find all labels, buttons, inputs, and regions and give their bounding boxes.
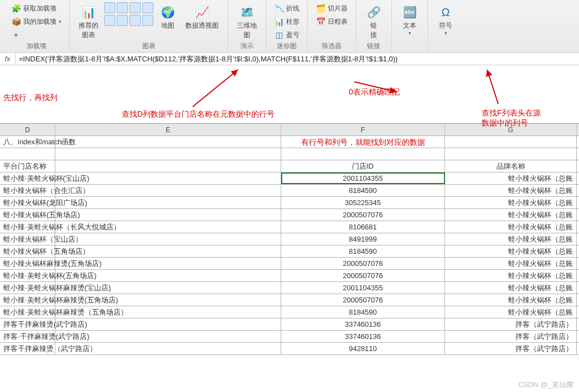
cell[interactable]: 蛙小辣火锅杯（总账 (445, 294, 577, 306)
sparkline-winloss-button[interactable]: ◫盈亏 (272, 29, 302, 41)
timeline-button[interactable]: 📅日程表 (313, 15, 350, 28)
chart-combo-icon[interactable] (142, 15, 153, 26)
data-row[interactable]: 蛙小辣火锅杯(龙阳广场店)305225345蛙小辣火锅杯（总账 (0, 197, 579, 209)
cell[interactable]: 蛙小辣火锅杯（总账 (445, 233, 577, 245)
my-addins-button[interactable]: 📦我的加载项▾ (9, 15, 64, 28)
cell[interactable]: 8106681 (281, 221, 445, 233)
recommended-charts-button[interactable]: 📊推荐的 图表 (75, 2, 102, 41)
cell[interactable]: 蛙小辣火锅杯（总账 (445, 197, 577, 208)
chart-surface-icon[interactable] (130, 15, 141, 26)
cell[interactable]: 拌客·干拌麻辣烫(武宁路店) (0, 331, 55, 342)
cell[interactable]: 蛙小辣火锅杯（五角场店） (0, 245, 55, 257)
header-row[interactable]: 平台门店名称 门店ID 品牌名称 (0, 160, 579, 173)
cell[interactable]: 拌客（武宁路店） (445, 331, 577, 342)
cell[interactable]: 蛙小辣火锅杯（总账 (445, 270, 577, 281)
cell[interactable]: 蛙小辣火锅杯（总账 (445, 185, 577, 196)
header-f[interactable]: 门店ID (281, 160, 445, 172)
cell[interactable]: 蛙小辣火锅杯（总账 (445, 282, 577, 294)
cell[interactable] (55, 197, 281, 208)
data-row[interactable]: 蛙小辣火锅杯(五角场店)2000507076蛙小辣火锅杯（总账 (0, 209, 579, 221)
cell[interactable]: 拌客干拌麻辣烫(武宁路店) (0, 318, 55, 330)
bing-maps-button[interactable]: ⌖ (9, 29, 23, 41)
cell[interactable] (55, 160, 281, 172)
cell[interactable]: 拌客干拌麻辣烫（武宁路店） (0, 343, 55, 354)
cell[interactable]: 8491999 (281, 233, 445, 245)
col-header-e[interactable]: E (55, 124, 281, 135)
cell[interactable]: 8184590 (281, 306, 445, 318)
cell[interactable] (55, 318, 281, 330)
fx-button[interactable]: fx (0, 53, 15, 65)
cell[interactable]: 蛙小辣火锅杯（总账 (445, 245, 577, 257)
cell[interactable]: 八、index和match函数 (0, 136, 55, 148)
cell[interactable]: 拌客（武宁路店） (445, 318, 577, 330)
cell[interactable]: 蛙小辣火锅杯（总账 (445, 173, 577, 184)
pivotchart-button[interactable]: 📈数据透视图 (182, 2, 222, 41)
cell[interactable]: 337460136 (281, 331, 445, 342)
cell[interactable]: 2001104355 (281, 282, 445, 294)
cell[interactable]: 蛙小辣火锅杯（总账 (445, 221, 577, 233)
cell[interactable]: 蛙小辣·美蛙火锅杯（长风大悦城店） (0, 221, 55, 233)
text-button[interactable]: 🔤文本▾ (397, 2, 422, 37)
cell[interactable]: 蛙小辣火锅杯（宝山店） (0, 233, 55, 245)
cell[interactable]: 蛙小辣火锅杯（总账 (445, 258, 577, 269)
cell[interactable]: 蛙小辣火锅杯（总账 (445, 306, 577, 318)
cell[interactable]: 2001104355 (281, 173, 445, 184)
cell[interactable] (445, 136, 577, 148)
chart-stat-icon[interactable] (104, 15, 115, 26)
data-row[interactable]: 蛙小辣火锅杯（宝山店）8491999蛙小辣火锅杯（总账 (0, 233, 579, 245)
data-row[interactable] (0, 148, 579, 160)
worksheet[interactable]: D E F G 八、index和match函数 有行号和列号，就能找到对应的数据… (0, 123, 579, 355)
sparkline-column-button[interactable]: 📊柱形 (272, 15, 302, 28)
cell[interactable]: 拌客（武宁路店） (445, 343, 577, 354)
cell[interactable]: 蛙小辣·美蛙火锅杯麻辣烫(宝山店) (0, 282, 55, 294)
data-row[interactable]: 蛙小辣·美蛙火锅杯麻辣烫(宝山店)2001104355蛙小辣火锅杯（总账 (0, 282, 579, 294)
cell[interactable]: 蛙小辣火锅杯麻辣烫(五角场店) (0, 258, 55, 269)
link-button[interactable]: 🔗链 接 (361, 2, 386, 41)
data-row[interactable]: 蛙小辣·美蛙火锅杯麻辣烫（五角场店）8184590蛙小辣火锅杯（总账 (0, 306, 579, 318)
cell[interactable] (55, 233, 281, 245)
data-row[interactable]: 八、index和match函数 有行号和列号，就能找到对应的数据 (0, 136, 579, 148)
cell[interactable]: 2000507076 (281, 258, 445, 269)
data-row[interactable]: 蛙小辣·美蛙火锅杯(五角场店)2000507076蛙小辣火锅杯（总账 (0, 270, 579, 282)
cell[interactable]: 8184590 (281, 185, 445, 196)
data-row[interactable]: 蛙小辣火锅杯（合生汇店）8184590蛙小辣火锅杯（总账 (0, 185, 579, 197)
cell[interactable]: 蛙小辣火锅杯（合生汇店） (0, 185, 55, 196)
chart-scatter-icon[interactable] (117, 15, 128, 26)
3dmap-button[interactable]: 🗺️三维地 图 (234, 2, 260, 41)
cell[interactable]: 9428110 (281, 343, 445, 354)
cell[interactable] (55, 136, 281, 148)
symbol-button[interactable]: Ω符号▾ (433, 2, 458, 37)
map-button[interactable]: 🌍地图 (156, 2, 180, 41)
cell[interactable]: 2000507076 (281, 270, 445, 281)
data-row[interactable]: 蛙小辣·美蛙火锅杯（长风大悦城店）8106681蛙小辣火锅杯（总账 (0, 221, 579, 233)
cell[interactable]: 2000507076 (281, 294, 445, 306)
data-row[interactable]: 蛙小辣·美蛙火锅杯麻辣烫(五角场店)2000507076蛙小辣火锅杯（总账 (0, 294, 579, 306)
data-row[interactable]: 蛙小辣·美蛙火锅杯(宝山店)2001104355蛙小辣火锅杯（总账 (0, 173, 579, 185)
chart-line-icon[interactable] (117, 2, 128, 13)
cell[interactable]: 337460136 (281, 318, 445, 330)
cell[interactable]: 蛙小辣·美蛙火锅杯(五角场店) (0, 270, 55, 281)
get-addins-button[interactable]: 🧩获取加载项 (9, 2, 59, 14)
slicer-button[interactable]: 🗂️切片器 (313, 2, 350, 14)
cell[interactable]: 蛙小辣火锅杯（总账 (445, 209, 577, 221)
cell[interactable]: 8184590 (281, 245, 445, 257)
data-row[interactable]: 拌客干拌麻辣烫(武宁路店)337460136拌客（武宁路店） (0, 318, 579, 331)
data-row[interactable]: 蛙小辣火锅杯（五角场店）8184590蛙小辣火锅杯（总账 (0, 245, 579, 258)
chart-column-icon[interactable] (104, 2, 115, 13)
data-row[interactable]: 拌客·干拌麻辣烫(武宁路店)337460136拌客（武宁路店） (0, 331, 579, 343)
cell[interactable]: 蛙小辣火锅杯(龙阳广场店) (0, 197, 55, 208)
cell[interactable] (55, 209, 281, 221)
cell[interactable]: 305225345 (281, 197, 445, 208)
cell[interactable]: 蛙小辣·美蛙火锅杯麻辣烫（五角场店） (0, 306, 55, 318)
data-row[interactable]: 拌客干拌麻辣烫（武宁路店）9428110拌客（武宁路店） (0, 343, 579, 355)
sparkline-line-button[interactable]: 📉折线 (272, 2, 302, 14)
formula-input[interactable]: =INDEX('拌客源数据1-8月'!$A:$X,MATCH($D112,'拌客… (15, 53, 579, 64)
chart-hierarchy-icon[interactable] (142, 2, 153, 13)
chart-pie-icon[interactable] (130, 2, 141, 13)
cell[interactable]: 2000507076 (281, 209, 445, 221)
col-header-f[interactable]: F (281, 124, 445, 135)
cell[interactable]: 蛙小辣·美蛙火锅杯(宝山店) (0, 173, 55, 184)
cell[interactable]: 蛙小辣·美蛙火锅杯麻辣烫(五角场店) (0, 294, 55, 306)
header-g[interactable]: 品牌名称 (445, 160, 577, 172)
cell[interactable]: 蛙小辣火锅杯(五角场店) (0, 209, 55, 221)
